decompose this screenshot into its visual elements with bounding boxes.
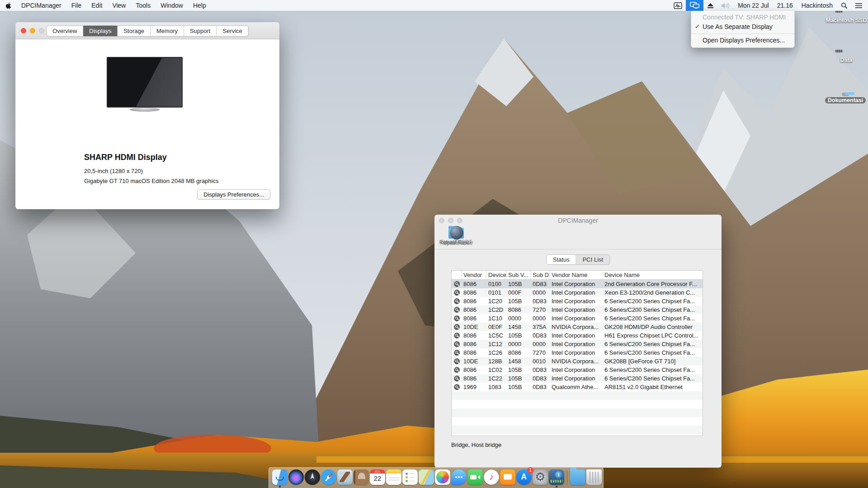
inspect-row-icon[interactable] [454, 375, 460, 381]
inspect-row-icon[interactable] [454, 341, 460, 347]
dock-item-contacts[interactable] [354, 469, 369, 488]
table-row[interactable]: 8086 1C02 105B 0D83 Intel Corporation 6 … [452, 366, 703, 374]
inspect-row-icon[interactable] [454, 315, 460, 321]
toolbar-button[interactable]: Update IDs [434, 226, 478, 246]
dock-item-ibooks[interactable] [500, 469, 515, 488]
table-row[interactable]: 8086 1C22 105B 0D83 Intel Corporation 6 … [452, 374, 703, 383]
table-row[interactable]: 8086 1C2D 8086 7270 Intel Corporation 6 … [452, 305, 703, 314]
table-row[interactable]: 8086 1C26 8086 7270 Intel Corporation 6 … [452, 348, 703, 357]
dock-item-separator[interactable] [565, 469, 569, 488]
minimize-button[interactable] [448, 218, 453, 223]
dock-item-trash[interactable] [586, 469, 602, 488]
menu-item-open-displays-preferences[interactable]: Open Displays Preferences... [691, 36, 794, 45]
dock-item-safari[interactable] [321, 469, 336, 488]
table-row[interactable]: 8086 0101 000F 0000 Intel Corporation Xe… [452, 288, 703, 297]
zoom-button[interactable] [39, 28, 44, 33]
inspect-row-icon[interactable] [454, 324, 460, 330]
info-tab[interactable]: Displays [83, 26, 118, 36]
table-row[interactable]: 8086 1C20 105B 0D83 Intel Corporation 6 … [452, 297, 703, 305]
cell-sub-vendor: 0000 [506, 341, 531, 347]
cell-sub-device: 0D83 [531, 384, 550, 390]
dock-item-mail[interactable] [337, 469, 353, 488]
dock-item-dpcimanager[interactable] [549, 469, 564, 488]
dock-item-launchpad[interactable] [305, 469, 320, 488]
info-tab[interactable]: Support [184, 26, 217, 36]
menubar-item[interactable]: Window [156, 0, 188, 11]
dock-item-siri[interactable] [288, 469, 304, 488]
menubar-item[interactable]: Tools [131, 0, 156, 11]
info-window-titlebar[interactable]: OverviewDisplaysStorageMemorySupportServ… [15, 22, 279, 39]
volume-icon[interactable] [717, 0, 734, 11]
minimize-button[interactable] [30, 28, 35, 33]
inspect-row-icon[interactable] [454, 384, 460, 390]
dock-item-messages[interactable] [451, 469, 467, 488]
info-tab[interactable]: Overview [47, 26, 83, 36]
table-row[interactable]: 1969 1083 105B 0D83 Qualcomm Athe... AR8… [452, 383, 703, 391]
dpci-tab[interactable]: Status [547, 255, 576, 264]
table-header[interactable]: Vendor Name [550, 271, 603, 279]
dpci-titlebar[interactable]: DPCIManager [434, 215, 722, 226]
table-header[interactable]: Sub V... [506, 271, 531, 279]
inspect-row-icon[interactable] [454, 290, 460, 296]
table-row[interactable]: 8086 1C5C 105B 0D83 Intel Corporation H6… [452, 331, 703, 340]
menubar-clock-date[interactable]: Mon 22 Jul [734, 2, 773, 9]
dock-item-sysprefs[interactable] [533, 469, 548, 488]
desktop-icon-macintosh-ssd[interactable]: Macintosh SSD [828, 13, 864, 23]
inspect-row-icon[interactable] [454, 367, 460, 373]
inspect-row-icon[interactable] [454, 333, 460, 338]
activity-monitor-icon[interactable] [670, 0, 686, 11]
dock-item-itunes[interactable] [484, 469, 499, 488]
inspect-row-icon[interactable] [454, 358, 460, 364]
table-row[interactable]: 8086 0100 105B 0D83 Intel Corporation 2n… [452, 280, 703, 288]
notification-center-icon[interactable] [851, 0, 868, 11]
table-header-icon-column [452, 271, 462, 279]
inspect-row-icon[interactable] [454, 298, 460, 304]
menubar-item[interactable]: Edit [86, 0, 107, 11]
table-row[interactable]: 10DE 128B 1458 0010 NVIDIA Corpora... GK… [452, 357, 703, 366]
dpci-tab[interactable]: PCI List [576, 255, 610, 264]
spotlight-search-icon[interactable] [837, 0, 851, 11]
dock-item-downloads[interactable] [570, 469, 585, 488]
dock-item-maps[interactable] [419, 469, 434, 488]
table-header[interactable]: Sub D... [531, 271, 550, 279]
desktop-icon-data[interactable]: Data [828, 52, 864, 63]
displays-preferences-button[interactable]: Displays Preferences... [197, 189, 270, 200]
dock-item-notes[interactable] [386, 469, 401, 488]
menubar-item[interactable]: File [66, 0, 87, 11]
table-row[interactable]: 8086 1C12 0000 0000 Intel Corporation 6 … [452, 340, 703, 348]
menubar-item[interactable]: Help [188, 0, 211, 11]
desktop-icon-dokumentasi[interactable]: Dokumentasi [827, 93, 863, 103]
menubar-clock-time[interactable]: 21.16 [773, 2, 797, 9]
inspect-row-icon[interactable] [454, 350, 460, 356]
cell-device: 128B [486, 358, 506, 365]
table-header[interactable]: Device Name [603, 271, 703, 279]
menubar-item[interactable]: View [107, 0, 131, 11]
apple-menu-icon[interactable] [0, 2, 16, 9]
close-button[interactable] [439, 218, 444, 223]
dock-item-finder[interactable] [272, 469, 288, 488]
dock-item-reminders[interactable] [402, 469, 418, 488]
table-row[interactable]: 10DE 0E0F 1458 375A NVIDIA Corpora... GK… [452, 323, 703, 331]
zoom-button[interactable] [457, 218, 462, 223]
table-header[interactable]: Vendor [462, 271, 486, 279]
table-row[interactable]: 8086 1C10 0000 0000 Intel Corporation 6 … [452, 314, 703, 323]
eject-icon[interactable] [703, 0, 717, 11]
info-tab[interactable]: Storage [118, 26, 151, 36]
menubar-item[interactable]: DPCIManager [16, 0, 66, 11]
inspect-row-icon[interactable] [454, 281, 460, 287]
displays-menu-extra-icon[interactable] [686, 0, 703, 11]
cell-device-name: 6 Series/C200 Series Chipset Fa... [603, 315, 703, 322]
menu-item-use-as-separate-display[interactable]: ✓ Use As Separate Display [691, 22, 794, 32]
display-size-text: 20,5-inch (1280 x 720) [84, 168, 143, 174]
dock-item-photos[interactable] [435, 469, 450, 488]
display-graphics-text: Gigabyte GT 710 macOS Edition 2048 MB gr… [84, 178, 218, 184]
info-tab[interactable]: Memory [151, 26, 184, 36]
menubar-user-name[interactable]: Hackintosh [797, 2, 837, 9]
table-header[interactable]: Device [486, 271, 506, 279]
dock-item-appstore[interactable]: 1 [516, 469, 532, 488]
inspect-row-icon[interactable] [454, 307, 460, 313]
dock-item-calendar[interactable]: JUL 22 [370, 469, 385, 488]
close-button[interactable] [21, 28, 26, 33]
dock-item-facetime[interactable] [467, 469, 483, 488]
info-tab[interactable]: Service [217, 26, 248, 36]
